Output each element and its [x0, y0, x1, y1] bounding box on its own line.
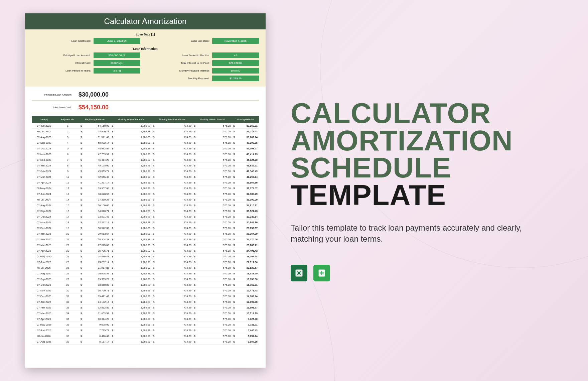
table-cell: $1,289.29	[111, 208, 152, 214]
table-cell: $1,289.29	[111, 242, 152, 248]
title-line: AMORTIZATION	[291, 127, 558, 154]
table-cell: $714.29	[152, 180, 193, 185]
table-row: 07-Feb-202521$28,364.29$1,289.29$714.29$…	[32, 237, 259, 242]
table-row: 07-May-202636$9,025.00$1,289.29$714.29$5…	[32, 322, 259, 328]
table-cell: 07-Jul-2024	[32, 197, 56, 203]
title-line: TEMPLATE	[291, 181, 558, 209]
table-cell: $714.29	[152, 123, 193, 129]
table-cell: $27,075.00	[232, 237, 259, 242]
table-cell: 07-May-2025	[32, 254, 56, 259]
table-cell: $9,025.00	[79, 322, 111, 328]
table-cell: 17	[56, 214, 79, 220]
table-cell: $1,289.29	[111, 316, 152, 322]
table-cell: $1,289.29	[111, 203, 152, 208]
table-cell: $1,289.29	[111, 180, 152, 185]
field-label: Loan End Date:	[150, 39, 209, 42]
table-cell: $1,289.29	[111, 129, 152, 134]
table-cell: $21,917.86	[79, 265, 111, 271]
table-cell: $575.00	[193, 180, 232, 185]
table-cell: $714.29	[152, 225, 193, 231]
table-cell: $21,917.86	[232, 259, 259, 265]
field-label: Interest Rate:	[32, 61, 91, 65]
table-cell: $714.29	[152, 254, 193, 259]
table-cell: $575.00	[193, 271, 232, 276]
table-cell: 8	[56, 163, 79, 168]
table-cell: 12	[56, 185, 79, 191]
table-cell: 18	[56, 220, 79, 225]
table-cell: $36,100.00	[232, 197, 259, 203]
table-cell: $29,653.57	[79, 231, 111, 237]
table-row: 07-Mar-202634$11,603.57$1,289.29$714.29$…	[32, 310, 259, 316]
table-cell: $1,289.29	[111, 140, 152, 146]
table-cell: $7,735.71	[79, 328, 111, 333]
table-cell: $50,282.14	[79, 140, 111, 146]
table-cell: $714.29	[152, 214, 193, 220]
table-cell: $1,289.29	[111, 237, 152, 242]
table-row: 07-Jan-20248$45,125.00$1,289.29$714.29$5…	[32, 163, 259, 168]
table-cell: $575.00	[193, 316, 232, 322]
table-cell: $3,867.86	[232, 339, 259, 345]
table-cell: $1,289.29	[111, 293, 152, 299]
table-cell: 14	[56, 197, 79, 203]
table-cell: $42,546.43	[79, 174, 111, 180]
table-cell: $575.00	[193, 214, 232, 220]
table-cell: $575.00	[193, 146, 232, 151]
table-cell: $29,653.57	[232, 225, 259, 231]
table-cell: $575.00	[193, 225, 232, 231]
table-cell: $714.29	[152, 328, 193, 333]
table-cell: $575.00	[193, 134, 232, 140]
field-label: Total Interest to be Paid:	[150, 61, 209, 65]
table-cell: $43,835.71	[232, 163, 259, 168]
field-label: Loan Period in Years:	[32, 69, 91, 72]
loan-start-date-field: Loan Start Date: June 7, 2023 [2]	[32, 38, 140, 44]
table-cell: $575.00	[193, 265, 232, 271]
table-row: 07-Nov-202418$32,232.14$1,289.29$714.29$…	[32, 220, 259, 225]
table-row: 07-May-202412$39,967.86$1,289.29$714.29$…	[32, 185, 259, 191]
table-cell: $46,414.29	[79, 157, 111, 163]
table-cell: $714.29	[152, 203, 193, 208]
table-cell: $50,282.14	[232, 134, 259, 140]
table-cell: $27,075.00	[79, 242, 111, 248]
table-row: 07-Dec-202419$30,942.86$1,289.29$714.29$…	[32, 225, 259, 231]
table-cell: 19	[56, 225, 79, 231]
table-cell: $36,100.00	[79, 203, 111, 208]
table-cell: 10	[56, 174, 79, 180]
table-cell: $714.29	[152, 163, 193, 168]
table-row: 07-Jan-202632$14,182.14$1,289.29$714.29$…	[32, 299, 259, 305]
table-cell: $52,860.71	[79, 129, 111, 134]
table-cell: $1,289.29	[111, 328, 152, 333]
table-cell: $575.00	[193, 231, 232, 237]
table-cell: $7,735.71	[232, 322, 259, 328]
table-cell: 29	[56, 282, 79, 288]
table-cell: $714.29	[152, 168, 193, 174]
table-cell: $575.00	[193, 259, 232, 265]
table-cell: $43,835.71	[79, 168, 111, 174]
table-cell: 27	[56, 271, 79, 276]
table-cell: $1,289.29	[111, 191, 152, 197]
table-cell: 07-Feb-2025	[32, 237, 56, 242]
table-cell: $1,289.29	[111, 197, 152, 203]
table-cell: $714.29	[152, 276, 193, 282]
table-cell: $1,289.29	[111, 157, 152, 163]
table-cell: 07-Feb-2024	[32, 168, 56, 174]
table-cell: 5	[56, 146, 79, 151]
table-row: 07-Apr-202523$25,785.71$1,289.29$714.29$…	[32, 248, 259, 254]
table-cell: $714.29	[152, 271, 193, 276]
table-cell: $1,289.29	[111, 288, 152, 293]
table-cell: $42,546.43	[232, 168, 259, 174]
table-header: Ending Balance	[232, 116, 259, 123]
table-cell: $10,314.29	[232, 310, 259, 316]
table-cell: $6,446.43	[232, 328, 259, 333]
loan-end-date-field: Loan End Date: November 7, 2026	[150, 38, 259, 44]
field-label: Monthly Payment:	[150, 77, 209, 80]
field-label: Monthly Payable Interest:	[150, 69, 209, 72]
summary-label: Principal Loan Amount:	[32, 93, 79, 96]
table-row: 07-Jan-202520$29,653.57$1,289.29$714.29$…	[32, 231, 259, 237]
table-row: 07-Jul-202414$37,389.29$1,289.29$714.29$…	[32, 197, 259, 203]
table-cell: $1,289.29	[111, 271, 152, 276]
table-cell: $1,289.29	[111, 310, 152, 316]
table-cell: $714.29	[152, 316, 193, 322]
table-cell: $1,289.29	[111, 134, 152, 140]
table-cell: 07-Jul-2025	[32, 265, 56, 271]
table-cell: $575.00	[193, 242, 232, 248]
